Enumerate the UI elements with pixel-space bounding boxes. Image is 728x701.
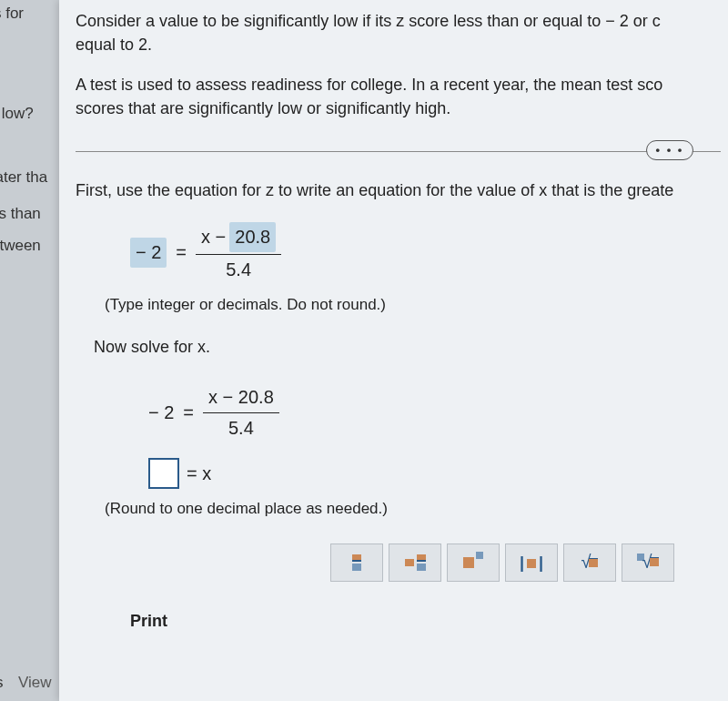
numerator-2: x − 20.8: [203, 384, 279, 413]
numerator-1: x − 20.8: [196, 222, 281, 255]
nth-root-tool[interactable]: √: [622, 544, 674, 582]
answer-row: = x: [148, 458, 721, 489]
solve-instruction: Now solve for x.: [94, 335, 721, 359]
answer-input[interactable]: [148, 458, 179, 489]
hint-2: (Round to one decimal place as needed.): [105, 498, 721, 521]
x-minus-label: x −: [201, 224, 226, 250]
bg-fragment-3: eater tha: [0, 168, 47, 187]
fraction-1: x − 20.8 5.4: [196, 222, 281, 283]
hint-1: (Type integer or decimals. Do not round.…: [105, 294, 721, 317]
problem-line1: A test is used to assess readiness for c…: [76, 76, 662, 94]
numerator-value-highlight: 20.8: [229, 222, 276, 252]
question-panel: Consider a value to be significantly low…: [59, 0, 728, 701]
lhs-value-highlight: − 2: [130, 238, 167, 268]
fraction-2: x − 20.8 5.4: [203, 384, 279, 442]
problem-text: A test is used to assess readiness for c…: [76, 73, 721, 120]
instruction-text: First, use the equation for z to write a…: [76, 178, 721, 202]
bg-fragment-s: s: [0, 674, 4, 692]
print-button[interactable]: Print: [130, 609, 167, 633]
mixed-number-tool[interactable]: [389, 544, 441, 582]
square-root-tool[interactable]: √: [563, 544, 616, 582]
equation-2: − 2 = x − 20.8 5.4: [148, 384, 721, 442]
problem-line2: scores that are significantly low or sig…: [76, 99, 450, 117]
more-button[interactable]: • • •: [646, 140, 693, 160]
intro-text: Consider a value to be significantly low…: [76, 9, 721, 56]
equals-x-label: = x: [187, 461, 211, 487]
equation-1: − 2 = x − 20.8 5.4: [130, 222, 721, 283]
lhs-2: − 2: [148, 400, 174, 426]
view-link[interactable]: View: [18, 674, 52, 692]
exponent-tool[interactable]: [447, 544, 500, 582]
equals-2: =: [183, 400, 194, 426]
equals-sign: =: [176, 239, 187, 266]
denominator-2: 5.4: [223, 413, 259, 442]
fraction-tool[interactable]: [330, 544, 383, 582]
intro-line2: equal to 2.: [76, 36, 152, 54]
bg-fragment-5: etween: [0, 237, 41, 255]
absolute-value-tool[interactable]: ||: [505, 544, 558, 582]
background-sidebar: ess for tly low? eater tha ss than etwee…: [0, 0, 68, 701]
bg-fragment-4: ss than: [0, 205, 41, 223]
divider-row: • • •: [76, 140, 721, 162]
intro-line1: Consider a value to be significantly low…: [76, 12, 661, 30]
bg-fragment-2: tly low?: [0, 105, 34, 123]
divider-line: [76, 151, 721, 152]
denominator-1: 5.4: [220, 255, 257, 283]
bg-fragment-1: ess for: [0, 5, 24, 23]
math-toolbar: || √ √: [330, 544, 721, 582]
